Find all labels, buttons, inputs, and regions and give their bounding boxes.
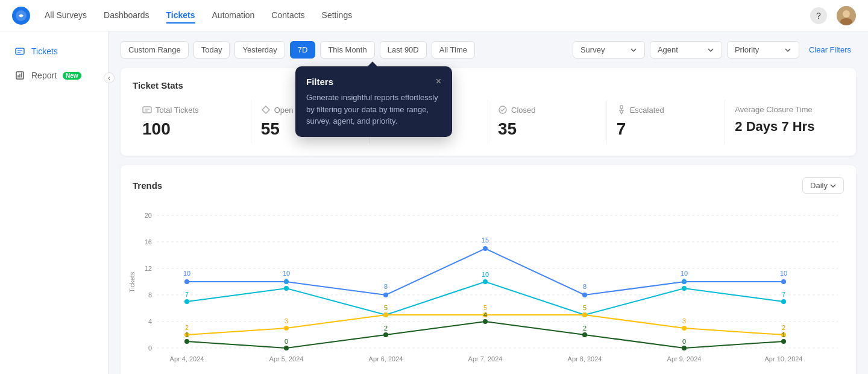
svg-text:10: 10	[482, 271, 489, 278]
svg-point-75	[383, 332, 388, 337]
svg-text:5: 5	[583, 304, 587, 311]
svg-point-3	[840, 18, 852, 25]
main-content: Custom Range Today Yesterday 7D This Mon…	[108, 31, 868, 374]
svg-point-37	[781, 279, 786, 284]
filter-bar: Custom Range Today Yesterday 7D This Mon…	[121, 41, 856, 59]
agent-dropdown[interactable]: Agent	[650, 41, 722, 59]
svg-point-35	[582, 293, 587, 297]
tooltip-title: Filters	[306, 77, 333, 87]
nav-contacts[interactable]: Contacts	[271, 8, 304, 24]
svg-text:2: 2	[185, 324, 189, 331]
total-tickets-icon	[142, 105, 152, 115]
filter-this-month[interactable]: This Month	[320, 41, 374, 59]
nav-automation[interactable]: Automation	[212, 8, 255, 24]
svg-point-61	[383, 312, 388, 317]
main-layout: ‹ Tickets Report New Custom Range Today …	[0, 31, 868, 374]
svg-text:7: 7	[782, 291, 785, 298]
closed-icon	[498, 105, 508, 115]
chart-y-label: Tickets	[128, 271, 136, 292]
svg-point-63	[582, 312, 587, 317]
svg-text:4: 4	[483, 311, 487, 319]
svg-point-31	[184, 279, 189, 284]
svg-text:9: 9	[285, 277, 288, 285]
daily-period-button[interactable]: Daily	[802, 177, 844, 194]
open-icon	[261, 105, 271, 115]
svg-rect-4	[16, 48, 24, 54]
svg-rect-17	[620, 106, 623, 109]
svg-text:Apr 10, 2024: Apr 10, 2024	[765, 355, 803, 363]
svg-text:10: 10	[283, 270, 290, 277]
svg-text:7: 7	[185, 291, 189, 298]
svg-text:0: 0	[148, 344, 152, 352]
filter-yesterday[interactable]: Yesterday	[234, 41, 285, 59]
top-nav: All Surveys Dashboards Tickets Automatio…	[0, 0, 868, 31]
report-icon	[14, 70, 25, 81]
svg-text:5: 5	[384, 304, 388, 311]
svg-point-73	[184, 339, 189, 344]
total-tickets-value: 100	[142, 119, 241, 139]
svg-point-48	[483, 279, 488, 284]
svg-text:8: 8	[384, 283, 388, 290]
svg-text:10: 10	[681, 270, 688, 277]
avg-closure-value: 2 Days 7 Hrs	[735, 119, 834, 135]
priority-dropdown[interactable]: Priority	[727, 41, 799, 59]
ticket-stats-card: Ticket Stats Total Tickets 100 Open	[121, 68, 856, 156]
trends-chart: 0 4 8 12 16 20	[133, 203, 844, 372]
sidebar-report-label: Report	[31, 71, 57, 80]
svg-text:1: 1	[185, 331, 189, 338]
tooltip-close-button[interactable]: ×	[436, 76, 441, 87]
help-icon[interactable]: ?	[810, 7, 827, 24]
nav-all-surveys[interactable]: All Surveys	[45, 8, 87, 24]
svg-text:Apr 9, 2024: Apr 9, 2024	[667, 355, 702, 363]
svg-marker-14	[262, 106, 269, 113]
svg-point-33	[383, 293, 388, 297]
nav-right: ?	[810, 6, 856, 25]
filter-7d[interactable]: 7D	[290, 41, 316, 59]
svg-point-45	[184, 299, 189, 304]
svg-text:9: 9	[682, 277, 686, 285]
sidebar: ‹ Tickets Report New	[0, 31, 108, 374]
svg-text:5: 5	[483, 304, 487, 311]
svg-point-79	[781, 339, 786, 344]
app-logo[interactable]	[12, 7, 30, 25]
svg-text:2: 2	[583, 325, 587, 332]
svg-text:Apr 6, 2024: Apr 6, 2024	[369, 355, 403, 363]
sidebar-item-tickets[interactable]: Tickets	[5, 40, 103, 63]
svg-point-51	[781, 299, 786, 304]
svg-text:3: 3	[682, 317, 686, 325]
svg-rect-11	[143, 107, 151, 113]
escalated-icon	[617, 105, 626, 115]
stats-card-title: Ticket Stats	[133, 80, 844, 90]
trends-card: Trends Daily Tickets 0	[121, 165, 856, 374]
closed-value: 35	[498, 119, 597, 139]
nav-dashboards[interactable]: Dashboards	[104, 8, 149, 24]
nav-settings[interactable]: Settings	[322, 8, 353, 24]
user-avatar[interactable]	[837, 6, 856, 25]
svg-text:Apr 8, 2024: Apr 8, 2024	[568, 355, 602, 363]
stats-grid: Total Tickets 100 Open 55 Pendin	[133, 100, 844, 144]
svg-point-50	[682, 286, 687, 291]
escalated-value: 7	[617, 119, 715, 139]
svg-text:Apr 4, 2024: Apr 4, 2024	[170, 355, 204, 363]
survey-dropdown[interactable]: Survey	[573, 41, 645, 59]
filter-custom-range[interactable]: Custom Range	[121, 41, 189, 59]
svg-point-46	[284, 286, 289, 291]
filter-today[interactable]: Today	[193, 41, 230, 59]
stat-total-tickets: Total Tickets 100	[133, 100, 251, 144]
clear-filters-button[interactable]: Clear Filters	[804, 42, 856, 58]
svg-point-60	[284, 326, 289, 331]
line-closed	[187, 322, 784, 348]
sidebar-item-report[interactable]: Report New	[5, 64, 103, 87]
sidebar-collapse-button[interactable]: ‹	[104, 72, 115, 83]
svg-point-74	[284, 346, 289, 350]
svg-text:10: 10	[780, 270, 787, 277]
tooltip-body: Generate insightful reports effortlessly…	[306, 92, 441, 127]
filter-all-time[interactable]: All Time	[432, 41, 475, 59]
filter-last-90d[interactable]: Last 90D	[380, 41, 427, 59]
tooltip-header: Filters ×	[306, 76, 441, 87]
trends-header: Trends Daily	[133, 177, 844, 194]
nav-tickets[interactable]: Tickets	[166, 8, 195, 24]
svg-text:0: 0	[682, 338, 686, 345]
nav-links: All Surveys Dashboards Tickets Automatio…	[45, 8, 810, 24]
svg-text:16: 16	[145, 238, 152, 246]
